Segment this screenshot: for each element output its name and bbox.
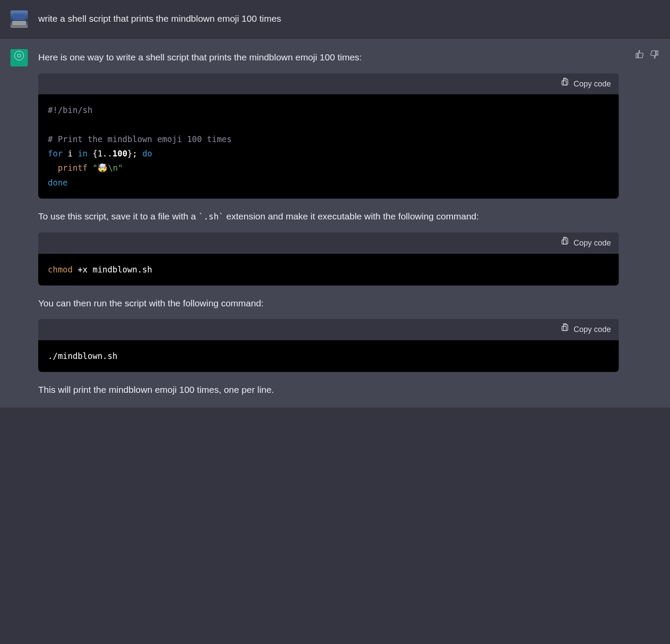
code-shebang: #!/bin/sh [48,105,93,115]
openai-logo-icon [13,50,25,66]
code-range-open: {1.. [88,149,113,158]
svg-rect-3 [564,238,568,244]
thumbs-down-icon [650,49,659,63]
assistant-avatar [10,49,28,66]
inline-code-sh: `.sh` [199,212,224,222]
feedback-buttons [634,49,660,397]
svg-rect-4 [562,239,566,244]
code-cmd-chmod: chmod [48,265,73,274]
code-block-script: Copy code #!/bin/sh # Print the mindblow… [38,73,619,199]
code-header: Copy code [38,319,619,340]
assistant-content: Here is one way to write a shell script … [38,49,619,397]
para1-part-b: extension and make it executable with th… [224,211,479,221]
code-run-cmd: ./mindblown.sh [48,351,117,361]
code-range-max: 100 [113,149,127,158]
svg-rect-6 [562,326,566,331]
code-range-close: }; [127,149,142,158]
code-block-run: Copy code ./mindblown.sh [38,319,619,372]
svg-rect-1 [564,79,568,85]
svg-point-0 [17,54,21,57]
user-prompt: write a shell script that prints the min… [38,11,660,26]
assistant-para-1: To use this script, save it to a file wi… [38,209,619,224]
code-content: #!/bin/sh # Print the mindblown emoji 10… [38,94,619,199]
user-avatar [10,10,28,28]
code-builtin-printf: printf [48,163,88,173]
code-content: chmod +x mindblown.sh [38,254,619,285]
code-block-chmod: Copy code chmod +x mindblown.sh [38,232,619,285]
code-keyword-for: for [48,149,63,158]
thumbs-up-button[interactable] [634,51,645,61]
code-header: Copy code [38,232,619,254]
code-keyword-do: do [142,149,152,158]
svg-rect-5 [564,325,568,331]
copy-code-button[interactable]: Copy code [561,78,611,90]
copy-code-label: Copy code [574,323,611,336]
code-keyword-done: done [48,178,68,187]
copy-code-button[interactable]: Copy code [561,237,611,249]
thumbs-up-icon [635,49,644,63]
para1-part-a: To use this script, save it to a file wi… [38,211,199,221]
copy-code-button[interactable]: Copy code [561,323,611,336]
copy-code-label: Copy code [574,78,611,90]
clipboard-icon [561,237,569,249]
code-chmod-args: +x mindblown.sh [73,265,152,274]
assistant-intro: Here is one way to write a shell script … [38,50,619,65]
copy-code-label: Copy code [574,237,611,249]
thumbs-down-button[interactable] [649,51,660,61]
assistant-para-3: This will print the mindblown emoji 100 … [38,382,619,397]
code-content: ./mindblown.sh [38,340,619,372]
code-string-open: " [88,163,98,173]
user-message-text: write a shell script that prints the min… [38,10,660,28]
clipboard-icon [561,78,569,90]
code-emoji: 🤯 [97,163,108,173]
user-message: write a shell script that prints the min… [0,0,670,39]
assistant-message: Here is one way to write a shell script … [0,39,670,408]
clipboard-icon [561,323,569,336]
code-var-i: i [63,149,77,158]
svg-rect-2 [562,80,566,85]
code-comment: # Print the mindblown emoji 100 times [48,134,232,144]
code-string-close: " [118,163,123,173]
code-header: Copy code [38,73,619,95]
code-keyword-in: in [78,149,88,158]
assistant-para-2: You can then run the script with the fol… [38,296,619,311]
code-newline: \n [108,163,118,173]
